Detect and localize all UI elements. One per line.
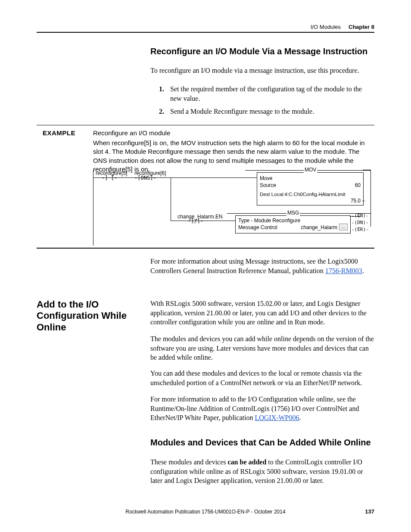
step-2-text: Send a Module Reconfigure message to the… bbox=[170, 107, 373, 116]
paragraph-addio-1: With RSLogix 5000 software, version 15.0… bbox=[150, 299, 374, 327]
paragraph-modules-online: These modules and devices can be added t… bbox=[150, 457, 374, 485]
footer-page-number: 137 bbox=[365, 508, 374, 515]
coil-en: EN bbox=[357, 213, 363, 218]
heading-reconfigure: Reconfigure an I/O Module Via a Message … bbox=[150, 47, 367, 56]
heading-modules-online: Modules and Devices that Can be Added Wh… bbox=[150, 438, 371, 448]
header-chapter: Chapter 8 bbox=[349, 24, 374, 30]
mov-l2b: 60 bbox=[355, 182, 361, 188]
mov-l2a: Source bbox=[260, 182, 276, 188]
link-logix-wp006[interactable]: LOGIX-WP006 bbox=[255, 414, 299, 421]
example-rule-top bbox=[37, 125, 374, 125]
page: I/O Modules Chapter 8 Reconfigure an I/O… bbox=[0, 0, 411, 532]
mov-l4: 75.0 bbox=[351, 198, 361, 204]
msg-title: MSG bbox=[286, 210, 300, 216]
link-1756-rm003[interactable]: 1756-RM003 bbox=[325, 267, 362, 274]
step-2-number: 2. bbox=[159, 107, 168, 116]
msg-box: MSG Type - Module Reconfigure Message Co… bbox=[235, 215, 351, 233]
modules-bold: can be added bbox=[228, 458, 267, 466]
mov-box: MOV Move Source 60 Dest Local:4:C.Ch0Con… bbox=[257, 172, 364, 205]
running-header: I/O Modules Chapter 8 bbox=[311, 24, 374, 30]
msg-l2b: change_Halarm bbox=[301, 224, 337, 230]
paragraph-moreinfo-msg: For more information about using Message… bbox=[150, 257, 374, 275]
ladder-ons: ONS bbox=[140, 175, 150, 181]
example-rule-bottom bbox=[37, 248, 374, 249]
paragraph-addio-4: For more information to add to the I/O C… bbox=[150, 395, 374, 423]
paragraph-reconfigure-intro: To reconfigure an I/O module via a messa… bbox=[150, 66, 374, 75]
step-2: 2. Send a Module Reconfigure message to … bbox=[159, 107, 374, 116]
coil-er: ER bbox=[357, 227, 363, 232]
example-label: EXAMPLE bbox=[43, 129, 75, 137]
msg-l1: Type - Module Reconfigure bbox=[238, 218, 300, 224]
example-title: Reconfigure an I/O module bbox=[93, 129, 170, 137]
paragraph-addio-2: The modules and devices you can add whil… bbox=[150, 334, 374, 362]
header-section: I/O Modules bbox=[311, 24, 341, 30]
moreinfo-msg-b: . bbox=[362, 267, 364, 274]
mov-title: MOV bbox=[304, 167, 317, 173]
paragraph-addio-3: You can add these modules and devices to… bbox=[150, 369, 374, 387]
footer: Rockwell Automation Publication 1756-UM0… bbox=[0, 509, 411, 515]
mov-l3: Dest Local:4:C.Ch0Config.HAlarmLimit bbox=[260, 192, 346, 197]
step-1: 1. Set the required member of the config… bbox=[159, 84, 374, 103]
modules-a: These modules and devices bbox=[150, 458, 228, 466]
msg-ellipsis-button[interactable]: ... bbox=[339, 224, 348, 230]
step-1-number: 1. bbox=[159, 84, 168, 94]
header-rule bbox=[37, 32, 374, 33]
msg-l2a: Message Control bbox=[238, 224, 277, 230]
addio-4b: . bbox=[299, 414, 301, 421]
heading-add-io: Add to the I/O Configuration While Onlin… bbox=[37, 299, 144, 333]
step-1-text: Set the required member of the configura… bbox=[170, 84, 373, 103]
ladder-diagram: reconfigure[5] -] [- reconfigure[6] -[ON… bbox=[93, 168, 375, 246]
footer-publication: Rockwell Automation Publication 1756-UM0… bbox=[125, 509, 285, 515]
coil-dn: DN bbox=[357, 220, 363, 225]
mov-l1: Move bbox=[260, 175, 272, 181]
